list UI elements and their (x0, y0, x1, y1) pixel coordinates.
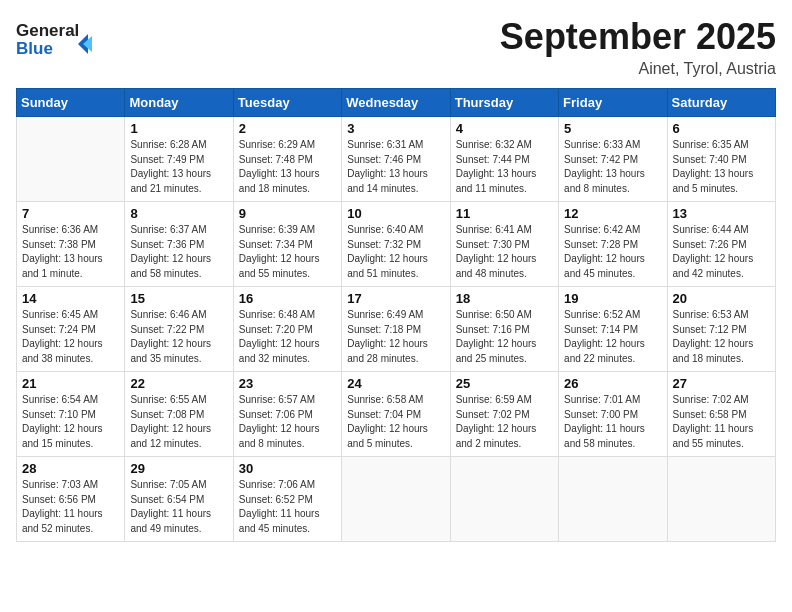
day-info: Sunrise: 6:31 AMSunset: 7:46 PMDaylight:… (347, 138, 444, 196)
day-info: Sunrise: 6:44 AMSunset: 7:26 PMDaylight:… (673, 223, 770, 281)
day-number: 1 (130, 121, 227, 136)
week-row-1: 1Sunrise: 6:28 AMSunset: 7:49 PMDaylight… (17, 117, 776, 202)
calendar-table: SundayMondayTuesdayWednesdayThursdayFrid… (16, 88, 776, 542)
title-area: September 2025 Ainet, Tyrol, Austria (500, 16, 776, 78)
day-info: Sunrise: 7:03 AMSunset: 6:56 PMDaylight:… (22, 478, 119, 536)
calendar-cell (559, 457, 667, 542)
day-info: Sunrise: 6:57 AMSunset: 7:06 PMDaylight:… (239, 393, 336, 451)
day-info: Sunrise: 6:58 AMSunset: 7:04 PMDaylight:… (347, 393, 444, 451)
column-header-wednesday: Wednesday (342, 89, 450, 117)
day-info: Sunrise: 6:45 AMSunset: 7:24 PMDaylight:… (22, 308, 119, 366)
day-info: Sunrise: 6:42 AMSunset: 7:28 PMDaylight:… (564, 223, 661, 281)
day-info: Sunrise: 6:53 AMSunset: 7:12 PMDaylight:… (673, 308, 770, 366)
day-number: 13 (673, 206, 770, 221)
column-header-tuesday: Tuesday (233, 89, 341, 117)
day-info: Sunrise: 6:48 AMSunset: 7:20 PMDaylight:… (239, 308, 336, 366)
calendar-cell: 20Sunrise: 6:53 AMSunset: 7:12 PMDayligh… (667, 287, 775, 372)
day-number: 10 (347, 206, 444, 221)
day-number: 5 (564, 121, 661, 136)
day-number: 19 (564, 291, 661, 306)
calendar-cell: 8Sunrise: 6:37 AMSunset: 7:36 PMDaylight… (125, 202, 233, 287)
calendar-cell: 10Sunrise: 6:40 AMSunset: 7:32 PMDayligh… (342, 202, 450, 287)
day-info: Sunrise: 6:39 AMSunset: 7:34 PMDaylight:… (239, 223, 336, 281)
day-info: Sunrise: 6:49 AMSunset: 7:18 PMDaylight:… (347, 308, 444, 366)
location-title: Ainet, Tyrol, Austria (500, 60, 776, 78)
column-header-monday: Monday (125, 89, 233, 117)
calendar-cell (667, 457, 775, 542)
day-info: Sunrise: 6:54 AMSunset: 7:10 PMDaylight:… (22, 393, 119, 451)
column-header-thursday: Thursday (450, 89, 558, 117)
calendar-cell: 23Sunrise: 6:57 AMSunset: 7:06 PMDayligh… (233, 372, 341, 457)
day-info: Sunrise: 7:01 AMSunset: 7:00 PMDaylight:… (564, 393, 661, 451)
day-number: 3 (347, 121, 444, 136)
calendar-cell: 13Sunrise: 6:44 AMSunset: 7:26 PMDayligh… (667, 202, 775, 287)
day-number: 20 (673, 291, 770, 306)
week-row-2: 7Sunrise: 6:36 AMSunset: 7:38 PMDaylight… (17, 202, 776, 287)
day-info: Sunrise: 6:52 AMSunset: 7:14 PMDaylight:… (564, 308, 661, 366)
week-row-3: 14Sunrise: 6:45 AMSunset: 7:24 PMDayligh… (17, 287, 776, 372)
day-number: 8 (130, 206, 227, 221)
calendar-cell: 6Sunrise: 6:35 AMSunset: 7:40 PMDaylight… (667, 117, 775, 202)
day-number: 28 (22, 461, 119, 476)
day-number: 12 (564, 206, 661, 221)
day-number: 17 (347, 291, 444, 306)
day-info: Sunrise: 7:06 AMSunset: 6:52 PMDaylight:… (239, 478, 336, 536)
calendar-cell: 17Sunrise: 6:49 AMSunset: 7:18 PMDayligh… (342, 287, 450, 372)
day-info: Sunrise: 7:05 AMSunset: 6:54 PMDaylight:… (130, 478, 227, 536)
calendar-cell: 12Sunrise: 6:42 AMSunset: 7:28 PMDayligh… (559, 202, 667, 287)
day-number: 21 (22, 376, 119, 391)
calendar-cell: 9Sunrise: 6:39 AMSunset: 7:34 PMDaylight… (233, 202, 341, 287)
day-number: 23 (239, 376, 336, 391)
svg-text:General: General (16, 21, 79, 40)
calendar-cell (342, 457, 450, 542)
page-header: General Blue September 2025 Ainet, Tyrol… (16, 16, 776, 78)
day-info: Sunrise: 6:50 AMSunset: 7:16 PMDaylight:… (456, 308, 553, 366)
calendar-cell: 19Sunrise: 6:52 AMSunset: 7:14 PMDayligh… (559, 287, 667, 372)
day-info: Sunrise: 6:29 AMSunset: 7:48 PMDaylight:… (239, 138, 336, 196)
calendar-cell: 1Sunrise: 6:28 AMSunset: 7:49 PMDaylight… (125, 117, 233, 202)
calendar-cell: 26Sunrise: 7:01 AMSunset: 7:00 PMDayligh… (559, 372, 667, 457)
calendar-cell: 29Sunrise: 7:05 AMSunset: 6:54 PMDayligh… (125, 457, 233, 542)
calendar-cell: 27Sunrise: 7:02 AMSunset: 6:58 PMDayligh… (667, 372, 775, 457)
month-title: September 2025 (500, 16, 776, 58)
calendar-cell: 4Sunrise: 6:32 AMSunset: 7:44 PMDaylight… (450, 117, 558, 202)
day-number: 7 (22, 206, 119, 221)
day-info: Sunrise: 6:37 AMSunset: 7:36 PMDaylight:… (130, 223, 227, 281)
day-number: 22 (130, 376, 227, 391)
calendar-cell (17, 117, 125, 202)
calendar-cell: 18Sunrise: 6:50 AMSunset: 7:16 PMDayligh… (450, 287, 558, 372)
day-number: 4 (456, 121, 553, 136)
calendar-cell (450, 457, 558, 542)
calendar-cell: 3Sunrise: 6:31 AMSunset: 7:46 PMDaylight… (342, 117, 450, 202)
day-info: Sunrise: 6:28 AMSunset: 7:49 PMDaylight:… (130, 138, 227, 196)
day-number: 9 (239, 206, 336, 221)
svg-text:Blue: Blue (16, 39, 53, 58)
day-info: Sunrise: 6:41 AMSunset: 7:30 PMDaylight:… (456, 223, 553, 281)
day-number: 11 (456, 206, 553, 221)
day-info: Sunrise: 6:46 AMSunset: 7:22 PMDaylight:… (130, 308, 227, 366)
calendar-cell: 2Sunrise: 6:29 AMSunset: 7:48 PMDaylight… (233, 117, 341, 202)
calendar-cell: 22Sunrise: 6:55 AMSunset: 7:08 PMDayligh… (125, 372, 233, 457)
week-row-4: 21Sunrise: 6:54 AMSunset: 7:10 PMDayligh… (17, 372, 776, 457)
day-number: 26 (564, 376, 661, 391)
day-number: 6 (673, 121, 770, 136)
day-info: Sunrise: 6:40 AMSunset: 7:32 PMDaylight:… (347, 223, 444, 281)
calendar-cell: 21Sunrise: 6:54 AMSunset: 7:10 PMDayligh… (17, 372, 125, 457)
calendar-header-row: SundayMondayTuesdayWednesdayThursdayFrid… (17, 89, 776, 117)
calendar-cell: 15Sunrise: 6:46 AMSunset: 7:22 PMDayligh… (125, 287, 233, 372)
column-header-sunday: Sunday (17, 89, 125, 117)
column-header-friday: Friday (559, 89, 667, 117)
day-number: 15 (130, 291, 227, 306)
day-info: Sunrise: 6:36 AMSunset: 7:38 PMDaylight:… (22, 223, 119, 281)
day-number: 30 (239, 461, 336, 476)
calendar-cell: 16Sunrise: 6:48 AMSunset: 7:20 PMDayligh… (233, 287, 341, 372)
day-info: Sunrise: 6:55 AMSunset: 7:08 PMDaylight:… (130, 393, 227, 451)
day-info: Sunrise: 6:32 AMSunset: 7:44 PMDaylight:… (456, 138, 553, 196)
calendar-cell: 30Sunrise: 7:06 AMSunset: 6:52 PMDayligh… (233, 457, 341, 542)
day-number: 24 (347, 376, 444, 391)
calendar-cell: 14Sunrise: 6:45 AMSunset: 7:24 PMDayligh… (17, 287, 125, 372)
calendar-cell: 7Sunrise: 6:36 AMSunset: 7:38 PMDaylight… (17, 202, 125, 287)
day-number: 14 (22, 291, 119, 306)
logo-icon: General Blue (16, 16, 96, 66)
day-number: 2 (239, 121, 336, 136)
